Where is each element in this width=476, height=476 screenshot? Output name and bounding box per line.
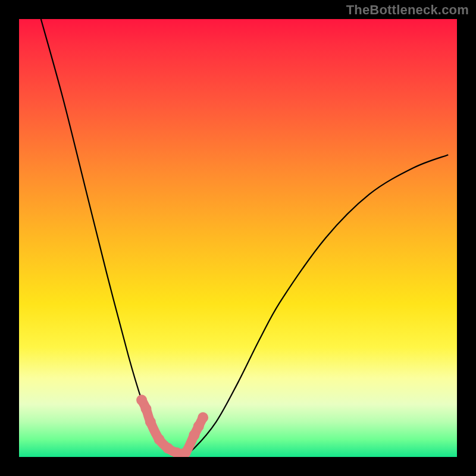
marker-dot: [154, 434, 165, 445]
chart-frame: TheBottleneck.com: [0, 0, 476, 476]
bottleneck-curve-svg: [19, 19, 457, 457]
marker-dot: [145, 416, 156, 427]
bottleneck-curve-path: [41, 19, 448, 453]
marker-dots-group: [136, 394, 208, 457]
marker-dot: [140, 403, 151, 414]
watermark-label: TheBottleneck.com: [346, 2, 469, 18]
marker-dot: [198, 412, 208, 423]
